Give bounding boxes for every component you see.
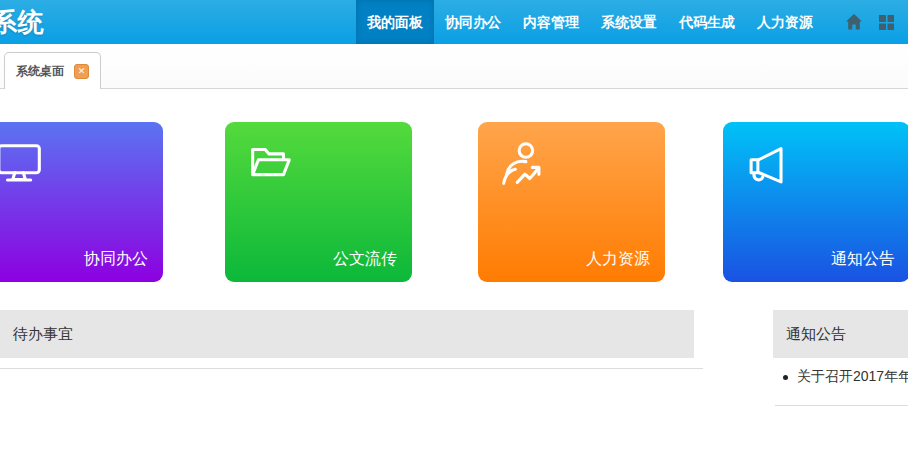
grid-icon[interactable] xyxy=(876,12,896,32)
todo-panel-header: 待办事宜 xyxy=(0,310,694,358)
tab-close-icon[interactable]: ✕ xyxy=(74,64,89,79)
notice-item-text: 关于召开2017年年 xyxy=(797,368,908,386)
nav-item-system-settings[interactable]: 系统设置 xyxy=(590,0,668,44)
app-header: 系统 我的面板 协同办公 内容管理 系统设置 代码生成 人力资源 xyxy=(0,0,908,44)
bullet-icon xyxy=(783,375,788,380)
home-icon[interactable] xyxy=(844,12,864,32)
header-icons xyxy=(838,0,908,44)
notice-panel-header: 通知公告 xyxy=(773,310,908,358)
tile-document-flow[interactable]: 公文流传 xyxy=(225,122,412,282)
nav-item-content-mgmt[interactable]: 内容管理 xyxy=(512,0,590,44)
notice-panel-divider xyxy=(775,405,908,406)
tab-system-desktop[interactable]: 系统桌面 ✕ xyxy=(4,52,101,89)
nav-item-my-panel[interactable]: 我的面板 xyxy=(356,0,434,44)
tab-label: 系统桌面 xyxy=(16,63,64,80)
folder-open-icon xyxy=(243,138,297,192)
nav-item-hr[interactable]: 人力资源 xyxy=(746,0,824,44)
tile-collaboration[interactable]: 协同办公 xyxy=(0,122,163,282)
todo-panel-divider xyxy=(0,368,703,369)
tile-notice[interactable]: 通知公告 xyxy=(723,122,908,282)
notice-list-item[interactable]: 关于召开2017年年 xyxy=(776,362,908,392)
megaphone-icon xyxy=(741,138,795,192)
main-nav: 我的面板 协同办公 内容管理 系统设置 代码生成 人力资源 xyxy=(356,0,908,44)
monitor-icon xyxy=(0,138,48,192)
tile-label: 通知公告 xyxy=(831,249,895,270)
nav-item-code-gen[interactable]: 代码生成 xyxy=(668,0,746,44)
tile-hr[interactable]: 人力资源 xyxy=(478,122,665,282)
nav-item-collaboration[interactable]: 协同办公 xyxy=(434,0,512,44)
tile-label: 人力资源 xyxy=(586,249,650,270)
app-title: 系统 xyxy=(0,0,45,44)
people-trend-icon xyxy=(496,138,550,192)
tab-bar: 系统桌面 ✕ xyxy=(0,44,908,89)
tile-label: 协同办公 xyxy=(84,249,148,270)
tile-label: 公文流传 xyxy=(333,249,397,270)
